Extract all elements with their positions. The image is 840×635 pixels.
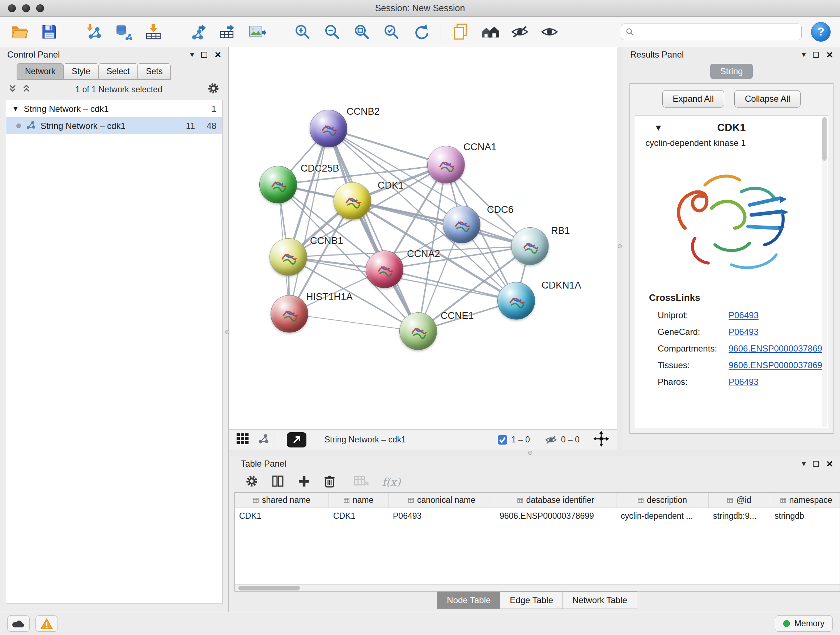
birdseye-grid-icon[interactable] (237, 433, 249, 447)
add-column-icon[interactable] (297, 475, 310, 489)
show-columns-icon[interactable] (271, 475, 284, 489)
zoom-selected-button[interactable] (381, 21, 401, 42)
protein-collapse-icon[interactable]: ▼ (654, 123, 663, 133)
maximize-results-icon[interactable] (813, 52, 819, 58)
table-cell[interactable]: CDK1 (235, 508, 329, 524)
export-network-button[interactable] (188, 21, 208, 42)
zoom-in-button[interactable] (292, 21, 313, 42)
close-window-button[interactable] (8, 4, 16, 12)
table-cell[interactable]: stringdb (770, 508, 840, 524)
tab-sets[interactable]: Sets (137, 63, 171, 80)
table-settings-gear-icon[interactable] (245, 475, 258, 489)
table-horizontal-scrollbar[interactable] (235, 584, 840, 591)
column-header-shared-name[interactable]: shared name (235, 493, 329, 508)
network-canvas[interactable]: CCNB2CCNA1CDC25BCDK1CDC6RB1CCNB1CCNA2CDK… (229, 47, 617, 429)
collapse-all-icon[interactable] (9, 84, 17, 95)
uniprot-link[interactable]: P06493 (729, 310, 759, 320)
network-collection-row[interactable]: ▼ String Network – cdk1 1 (6, 100, 222, 117)
tab-network-table[interactable]: Network Table (562, 592, 637, 609)
close-table-icon[interactable]: × (826, 458, 833, 469)
results-tab-string[interactable]: String (710, 64, 753, 79)
copy-document-button[interactable] (450, 21, 471, 42)
column-header-namespace[interactable]: namespace (770, 493, 840, 508)
float-panel-icon[interactable]: ▾ (190, 50, 194, 59)
pharos-link[interactable]: P06493 (729, 377, 759, 387)
network-edge[interactable] (289, 314, 418, 331)
hide-annotations-button[interactable] (510, 21, 530, 42)
network-node-ccne1[interactable] (399, 312, 437, 350)
expand-all-icon[interactable] (22, 84, 30, 95)
column-header-id[interactable]: @id (709, 493, 770, 508)
pan-crosshair-icon[interactable] (593, 431, 609, 449)
network-edge[interactable] (289, 128, 328, 314)
compartments-link[interactable]: 9606.ENSP00000378699 (729, 344, 827, 354)
import-network-file-button[interactable] (84, 21, 104, 42)
table-cell[interactable]: CDK1 (329, 508, 388, 524)
search-field[interactable] (621, 24, 802, 40)
tab-node-table[interactable]: Node Table (437, 592, 500, 609)
horizontal-splitter[interactable] (229, 450, 840, 456)
table-row[interactable]: CDK1 CDK1 P06493 9606.ENSP00000378699 cy… (235, 508, 840, 524)
network-node-hist1h1a[interactable] (271, 295, 308, 333)
function-builder-icon[interactable]: f(x) (382, 476, 401, 488)
import-table-button[interactable] (143, 21, 164, 42)
checkbox-icon[interactable] (497, 434, 508, 445)
close-results-icon[interactable]: × (826, 49, 833, 60)
help-button[interactable]: ? (811, 22, 831, 42)
column-header-name[interactable]: name (329, 493, 388, 508)
network-node-ccna2[interactable] (366, 250, 403, 288)
network-node-rb1[interactable] (511, 227, 549, 265)
tab-select[interactable]: Select (98, 63, 138, 80)
network-node-ccnb1[interactable] (270, 238, 307, 276)
network-options-gear-icon[interactable] (207, 82, 219, 97)
maximize-window-button[interactable] (36, 4, 44, 12)
apply-preferred-layout-button[interactable] (411, 21, 431, 42)
close-panel-icon[interactable]: × (215, 49, 221, 60)
scrollbar-thumb[interactable] (238, 586, 300, 591)
float-table-icon[interactable]: ▾ (802, 459, 806, 469)
cloud-button[interactable] (7, 616, 30, 632)
warnings-button[interactable] (35, 616, 58, 632)
network-node-cdc6[interactable] (443, 206, 480, 243)
tab-network[interactable]: Network (17, 63, 64, 80)
table-cell[interactable]: cyclin-dependent ... (616, 508, 709, 524)
network-node-ccna1[interactable] (427, 146, 465, 184)
home-button[interactable] (480, 21, 500, 42)
minimize-window-button[interactable] (22, 4, 30, 12)
import-network-database-button[interactable] (114, 21, 134, 42)
table-cell[interactable]: 9606.ENSP00000378699 (495, 508, 616, 524)
vertical-splitter[interactable] (617, 47, 623, 450)
zoom-fit-button[interactable] (352, 21, 372, 42)
maximize-table-icon[interactable] (813, 461, 819, 467)
float-results-icon[interactable]: ▾ (802, 50, 806, 59)
column-header-database-identifier[interactable]: database identifier (495, 493, 616, 508)
open-session-button[interactable] (9, 21, 30, 42)
network-row[interactable]: String Network – cdk1 11 48 (6, 117, 222, 134)
table-cell[interactable]: P06493 (388, 508, 495, 524)
tab-edge-table[interactable]: Edge Table (500, 592, 563, 609)
network-node-cdc25b[interactable] (259, 166, 297, 203)
zoom-out-button[interactable] (322, 21, 342, 42)
network-share-icon[interactable] (257, 433, 269, 447)
results-scrollbar[interactable] (822, 117, 827, 427)
search-input[interactable] (637, 27, 797, 37)
collapse-all-button[interactable]: Collapse All (734, 90, 801, 108)
show-annotations-button[interactable] (539, 21, 560, 42)
table-cell[interactable]: stringdb:9... (709, 508, 770, 524)
genecard-link[interactable]: P06493 (729, 327, 759, 337)
expand-all-button[interactable]: Expand All (662, 90, 724, 108)
tissues-link[interactable]: 9606.ENSP00000378699 (729, 360, 827, 371)
collection-expand-icon[interactable]: ▼ (12, 105, 19, 113)
maximize-panel-icon[interactable] (201, 52, 207, 58)
column-header-description[interactable]: description (616, 493, 709, 508)
network-node-cdkn1a[interactable] (497, 282, 535, 320)
network-node-ccnb2[interactable] (309, 110, 347, 147)
memory-button[interactable]: Memory (775, 616, 833, 632)
delete-column-trash-icon[interactable] (324, 474, 336, 489)
control-panel-splitter-handle[interactable] (225, 330, 229, 334)
tab-style[interactable]: Style (63, 63, 98, 80)
save-session-button[interactable] (39, 21, 59, 42)
annotation-mode-button[interactable] (287, 432, 306, 448)
network-node-cdk1[interactable] (333, 182, 371, 220)
column-header-canonical-name[interactable]: canonical name (388, 493, 495, 508)
